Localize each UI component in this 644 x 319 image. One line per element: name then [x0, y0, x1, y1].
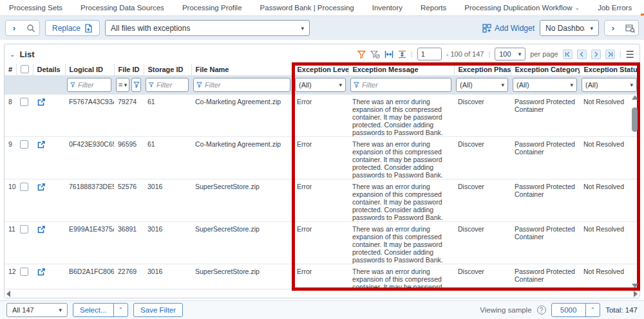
page-size-dropdown[interactable]: 100 ▾ — [495, 48, 526, 60]
row-checkbox[interactable] — [20, 225, 28, 233]
exception-category-filter-dropdown[interactable]: (All) ▾ — [513, 78, 577, 92]
cell-file-id: 36891 — [114, 222, 144, 264]
replace-button[interactable]: Replace — [45, 20, 100, 36]
tab-processing-sets[interactable]: Processing Sets — [0, 0, 71, 15]
next-page-button[interactable] — [591, 50, 601, 59]
cell-file-name: Co-Marketing Agreement.zip — [191, 137, 293, 179]
save-filter-label: Save Filter — [140, 306, 176, 314]
column-header-exception-category[interactable]: Exception Category — [511, 64, 580, 75]
exception-status-filter-dropdown[interactable]: (All) ▾ — [582, 78, 637, 92]
chevron-down-icon: ▾ — [501, 82, 504, 88]
filter-value: (All) — [460, 81, 473, 89]
help-icon[interactable]: ? — [537, 305, 546, 314]
column-header-details[interactable]: Details — [33, 64, 65, 75]
vertical-scrollbar-thumb[interactable] — [632, 107, 638, 132]
tab-password-bank[interactable]: Password Bank | Processing — [251, 0, 363, 15]
column-header-file-id[interactable]: File ID — [114, 64, 144, 75]
expand-panel-button[interactable]: › — [6, 21, 23, 35]
chevron-up-icon: ⌃ — [118, 307, 124, 313]
select-button-menu[interactable]: ⌃ — [113, 304, 128, 316]
dashboard-dropdown[interactable]: No Dashboard Wi... ▾ — [540, 20, 599, 36]
scroll-up-arrow-icon[interactable] — [632, 95, 638, 100]
menu-icon[interactable]: ☰ — [626, 50, 634, 59]
select-button[interactable]: Select... — [73, 304, 113, 316]
cell-exception-phase: Discover — [454, 264, 511, 289]
viewing-sample-label: Viewing sample — [480, 306, 531, 314]
exception-level-filter-dropdown[interactable]: (All) ▾ — [295, 78, 346, 92]
external-link-icon[interactable] — [37, 225, 46, 234]
clear-filter-icon[interactable] — [370, 50, 380, 59]
column-header-file-name[interactable]: File Name — [191, 64, 293, 75]
select-all-checkbox[interactable] — [21, 65, 29, 73]
fit-height-icon[interactable] — [398, 50, 406, 59]
filter-icon[interactable] — [357, 50, 366, 59]
search-button[interactable] — [23, 21, 39, 35]
table-row: 11 E999A1E4375A7... 36891 3016 SuperSecr… — [5, 222, 639, 264]
sample-size-value[interactable]: 5000 — [552, 304, 585, 316]
file-name-filter-input[interactable] — [205, 81, 287, 89]
row-checkbox[interactable] — [20, 98, 28, 106]
scroll-left-arrow-icon[interactable] — [6, 291, 10, 297]
list-collapse-toggle[interactable]: ⌄ List — [10, 50, 35, 59]
prev-page-button[interactable] — [577, 50, 587, 59]
filter-value: (All) — [585, 81, 598, 89]
tab-processing-data-sources[interactable]: Processing Data Sources — [71, 0, 173, 15]
exception-message-filter-input[interactable] — [362, 81, 448, 89]
cell-exception-category: Password Protected Container — [511, 137, 580, 179]
replace-document-icon — [84, 24, 93, 33]
column-header-exception-status[interactable]: Exception Status — [580, 64, 639, 75]
column-header-logical-id[interactable]: Logical ID — [65, 64, 114, 75]
dashboard-dropdown-value: No Dashboard Wi... — [545, 24, 585, 33]
sample-size-menu[interactable]: ⌃ — [585, 304, 600, 316]
external-link-icon[interactable] — [37, 140, 46, 149]
row-checkbox[interactable] — [20, 140, 28, 149]
dashboard-actions-group: › — [604, 20, 639, 36]
row-checkbox[interactable] — [20, 183, 28, 191]
column-header-storage-id[interactable]: Storage ID — [144, 64, 191, 75]
file-id-filter-button[interactable] — [131, 78, 141, 92]
selection-scope-dropdown[interactable]: All 147 ▾ — [6, 303, 68, 317]
column-header-exception-message[interactable]: Exception Message — [348, 64, 454, 75]
scroll-down-arrow-icon[interactable] — [632, 284, 638, 288]
vertical-scrollbar[interactable] — [631, 95, 638, 288]
last-page-button[interactable] — [605, 50, 615, 59]
prev-page-icon — [579, 51, 585, 57]
file-id-operator-dropdown[interactable]: = ▾ — [116, 78, 129, 92]
column-header-exception-phase[interactable]: Exception Phase — [454, 64, 511, 75]
search-panel-button[interactable] — [621, 21, 638, 35]
tab-label: Reports — [421, 4, 446, 12]
funnel-icon — [196, 82, 202, 88]
row-checkbox[interactable] — [20, 268, 28, 276]
external-link-icon[interactable] — [37, 98, 46, 107]
tab-job-errors[interactable]: Job Errors — [589, 0, 641, 15]
horizontal-scrollbar[interactable] — [5, 289, 639, 298]
column-header-exception-level[interactable]: Exception Level — [293, 64, 348, 75]
tab-label: Processing Profile — [182, 4, 242, 12]
column-header-num[interactable]: # — [5, 64, 16, 75]
external-link-icon[interactable] — [37, 268, 46, 277]
exception-phase-filter-dropdown[interactable]: (All) ▾ — [456, 78, 508, 92]
logical-id-filter-input[interactable] — [78, 81, 108, 89]
cell-storage-id: 61 — [144, 95, 191, 137]
external-link-icon[interactable] — [37, 183, 46, 192]
tab-inventory[interactable]: Inventory — [363, 0, 412, 15]
tab-reports[interactable]: Reports — [412, 0, 455, 15]
tab-files[interactable]: Files — [641, 0, 644, 15]
first-page-button[interactable] — [563, 50, 573, 59]
storage-id-filter-input[interactable] — [156, 81, 185, 89]
cell-storage-id: 61 — [144, 137, 191, 179]
funnel-icon — [133, 82, 140, 88]
tab-processing-duplication-workflow[interactable]: Processing Duplication Workflow ⌄ — [455, 0, 589, 15]
save-filter-button[interactable]: Save Filter — [133, 303, 183, 317]
dashboard-expand-button[interactable]: › — [605, 21, 621, 35]
tab-processing-profile[interactable]: Processing Profile — [173, 0, 251, 15]
add-widget-button[interactable]: Add Widget — [482, 24, 535, 33]
scroll-right-arrow-icon[interactable] — [634, 291, 638, 297]
view-dropdown[interactable]: All files with exceptions ▾ — [105, 20, 310, 36]
chevron-down-icon: ⌄ — [575, 5, 580, 11]
page-number-input[interactable] — [417, 48, 442, 60]
cell-exception-message: There was an error during expansion of t… — [348, 179, 454, 222]
fit-width-icon[interactable] — [384, 50, 393, 59]
row-number: 9 — [5, 137, 16, 179]
funnel-icon — [354, 82, 359, 88]
